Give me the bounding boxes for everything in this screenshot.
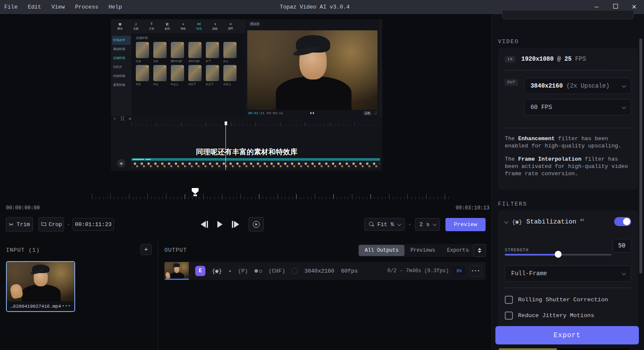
player-fit-button: 适配 [363,111,372,115]
editor-tool-adjust: ≡调节 [224,22,237,30]
editor-right-strip [379,19,382,116]
transition-thumb: 逆时针旋转 [188,42,202,63]
player-pause-icon: ▮▮ [310,111,315,115]
timeline-start-timecode: 00:00:00:00 [6,205,40,211]
add-input-button[interactable]: + [141,244,152,255]
tab-all-outputs[interactable]: All Outputs [359,245,404,256]
video-section-label: VIDEO [498,38,519,45]
video-subtitle: 同理呢还有丰富的素材和特效库 [111,147,382,157]
editor-category: 转场效果 [112,36,131,45]
output-progress-bar [164,279,189,280]
processing-spinner [292,268,298,274]
input-more-button[interactable]: ••• [62,304,71,309]
reduce-jitter-row: Reduce Jittery Motions [505,312,631,320]
split-icon: ][ [120,117,125,121]
step-forward-button[interactable] [232,221,239,228]
minimize-icon[interactable]: — [593,3,600,11]
input-video-card[interactable]: …6200419027416.mp4 ••• [6,261,75,312]
stabilization-toggle[interactable] [614,217,631,226]
play-button[interactable] [217,221,222,228]
window-title: Topaz Video AI v3.0.4 [280,0,350,14]
output-resolution: 3840x2160 60fps [304,268,358,274]
editor-playhead [225,121,226,170]
menu-edit[interactable]: Edit [28,4,41,10]
zoom-fit-dropdown[interactable]: Fit % [364,218,405,231]
step-back-button[interactable] [201,221,208,228]
transport-toolbar: ✂ Trim Crop 00:01:11:23 Fit % [0,217,492,232]
player-controls: 00:01:11 03:03:11 ▮▮ 适配 ⛶ [246,110,379,116]
editor-tool-sticker: ◧贴纸 [161,22,174,30]
output-resolution-dropdown[interactable]: 3840x2160 (2x Upscale) [524,78,631,94]
out-badge: OUT [505,79,518,86]
editor-tool-filter: ◑滤镜 [208,22,221,30]
menu-bar: File Edit View Process Help [0,4,122,10]
player-video [247,30,378,110]
interpolation-note: The Frame Interpolation filter has been … [505,156,631,178]
output-row[interactable]: E {◉} ✦ (P) (CHF) 3840x2160 60fps 0/2 - … [164,262,486,280]
editor-timeline-toolbar: ↶ ][ ⌦ [114,117,132,121]
editor-timeline: ↶ ][ ⌦ 同理呢还有丰富的素材和特效库 ◉ [111,116,382,171]
collapse-chevron-icon[interactable] [504,220,509,224]
tab-previews[interactable]: Previews [404,245,441,256]
crop-icon [41,222,46,227]
editor-tool-transition: ⋈转场 [193,22,205,30]
loop-playback-button[interactable] [249,217,264,232]
transition-thumb: 向右上 [223,65,237,86]
reduce-jitter-label: Reduce Jittery Motions [518,312,594,319]
preview-length-dropdown[interactable]: 2 s [415,218,440,231]
magnifier-icon [369,222,374,227]
editor-category: 特效转场 [111,72,132,81]
main-area: ▦媒体 ♫音频 T文本 ◧贴纸 ✦特效 ⋈转场 ◑滤镜 ≡调节 转场效果 基础转… [0,14,492,350]
transition-thumb: 向下 [206,42,219,63]
transition-thumb: 向左下 [206,65,219,86]
stabilization-mode-dropdown[interactable]: Full-Frame [505,265,631,282]
dashed-divider [505,128,631,128]
timeline-ruler[interactable] [92,188,449,199]
enhancement-note: The Enhancement filter has been enabled … [505,135,631,150]
crop-button[interactable]: Crop [38,217,64,232]
export-button[interactable]: Export [495,326,639,344]
strength-value-input[interactable]: 50 [612,239,631,253]
current-timecode-input[interactable]: 00:01:11:23 [73,218,114,231]
timeline-end-timecode: 00:03:10:13 [456,205,489,211]
slider-knob[interactable] [555,251,562,258]
filters-section-label: FILTERS [498,201,527,207]
player-fullscreen-icon: ⛶ [374,111,377,115]
tab-exports[interactable]: Exports [441,245,474,256]
reduce-jitter-checkbox[interactable] [505,312,513,320]
chevron-down-icon [433,222,437,226]
delete-icon: ⌦ [129,117,131,121]
sort-button[interactable] [473,244,486,257]
trim-button[interactable]: ✂ Trim [6,217,33,232]
background-window-sliver-dark [557,348,629,350]
output-more-button[interactable]: ••• [469,265,482,276]
close-icon[interactable]: × [630,3,638,12]
transition-thumb: 拉近 [153,42,167,63]
input-video-specs: 1920x1080 @ 25 FPS [521,56,586,62]
maximize-icon[interactable] [612,3,619,11]
menu-view[interactable]: View [51,4,64,10]
editor-toolbar: ▦媒体 ♫音频 T文本 ◧贴纸 ✦特效 ⋈转场 ◑滤镜 ≡调节 [111,19,246,33]
menu-process[interactable]: Process [75,4,99,10]
player-time-current: 00:01:11 [248,111,264,115]
input-panel-label: INPUT (1) [6,247,40,253]
dashed-divider [505,70,631,71]
transition-thumb: 拉远 [136,42,149,63]
menu-help[interactable]: Help [108,4,122,10]
input-filename: …6200419027416.mp4 [10,304,61,309]
strength-slider[interactable] [505,251,612,258]
chevron-down-icon [397,222,401,226]
timeline-playhead-tick [193,194,197,196]
video-preview[interactable]: ▦媒体 ♫音频 T文本 ◧贴纸 ✦特效 ⋈转场 ◑滤镜 ≡调节 转场效果 基础转… [111,19,382,171]
preview-button[interactable]: Preview [445,218,486,231]
editor-tool-audio: ♫音频 [129,22,142,30]
chf-flag: (CHF) [269,268,285,274]
chevron-down-icon [622,83,626,88]
filter-name: Stabilization AI [526,218,584,226]
rolling-shutter-checkbox[interactable] [505,296,513,304]
editor-category: 幻灯片 [111,63,132,72]
output-fps-dropdown[interactable]: 60 FPS [524,99,631,115]
person-video-frame [247,30,378,110]
menu-file[interactable]: File [4,4,18,10]
sidebar-scrollbar[interactable] [639,38,642,274]
